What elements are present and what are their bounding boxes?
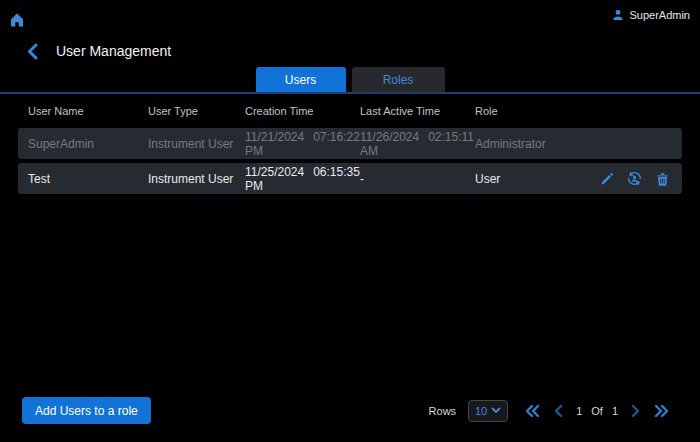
cell-user-type: Instrument User [148, 172, 245, 186]
col-header-role: Role [475, 105, 672, 117]
table-header: User Name User Type Creation Time Last A… [18, 101, 682, 121]
back-icon[interactable] [27, 42, 39, 60]
current-page: 1 [576, 405, 582, 417]
pagination-bar: Rows 10 1 Of 1 [429, 397, 670, 424]
first-page-icon[interactable] [524, 404, 541, 418]
row-actions [599, 171, 670, 186]
chevron-down-icon [491, 407, 501, 414]
col-header-last-active-time: Last Active Time [360, 105, 475, 117]
cell-creation-time: 11/25/202406:15:35 PM [245, 165, 360, 193]
previous-page-icon[interactable] [553, 404, 564, 418]
reset-password-icon[interactable] [627, 171, 642, 186]
tab-roles[interactable]: Roles [352, 67, 445, 92]
pager: 1 Of 1 [524, 404, 670, 418]
table-row[interactable]: SuperAdmin Instrument User 11/21/202407:… [18, 128, 682, 159]
cell-user-type: Instrument User [148, 137, 245, 151]
current-user[interactable]: SuperAdmin [612, 9, 690, 21]
cell-user-name: SuperAdmin [28, 137, 148, 151]
cell-last-active-time: 11/26/202402:15:11 AM [360, 130, 475, 158]
page-indicator: 1 Of 1 [576, 405, 618, 417]
last-page-icon[interactable] [653, 404, 670, 418]
rows-per-page-select[interactable]: 10 [468, 400, 508, 422]
table-body: SuperAdmin Instrument User 11/21/202407:… [18, 128, 682, 198]
cell-role: User [475, 172, 599, 186]
next-page-icon[interactable] [630, 404, 641, 418]
cell-role: Administrator [475, 137, 672, 151]
add-users-to-role-button[interactable]: Add Users to a role [22, 397, 151, 424]
rows-per-page-label: Rows [429, 405, 457, 417]
col-header-creation-time: Creation Time [245, 105, 360, 117]
page-header: User Management [27, 42, 171, 60]
top-bar: SuperAdmin [0, 0, 700, 30]
cell-user-name: Test [28, 172, 148, 186]
delete-user-icon[interactable] [655, 171, 670, 186]
col-header-user-name: User Name [28, 105, 148, 117]
page-title: User Management [56, 43, 171, 59]
cell-creation-time: 11/21/202407:16:22 PM [245, 130, 360, 158]
col-header-user-type: User Type [148, 105, 245, 117]
of-label: Of [591, 405, 603, 417]
home-icon[interactable] [9, 12, 25, 28]
edit-user-icon[interactable] [599, 171, 614, 186]
tab-users[interactable]: Users [256, 67, 346, 92]
current-user-label: SuperAdmin [629, 9, 690, 21]
tab-strip: Users Roles [0, 67, 700, 94]
user-icon [612, 9, 624, 21]
table-row[interactable]: Test Instrument User 11/25/202406:15:35 … [18, 163, 682, 194]
total-pages: 1 [612, 405, 618, 417]
cell-last-active-time: - [360, 172, 475, 186]
